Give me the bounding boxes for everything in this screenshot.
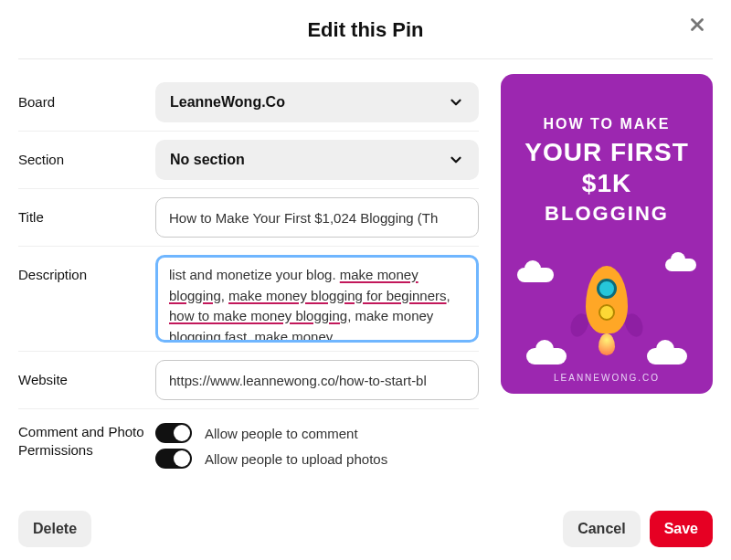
row-title: Title — [18, 189, 479, 247]
label-section: Section — [18, 140, 155, 169]
pin-preview-image: HOW TO MAKE YOUR FIRST $1K BLOGGING — [501, 74, 713, 394]
modal-title: Edit this Pin — [307, 18, 423, 42]
label-permissions: Comment and Photo Permissions — [18, 417, 155, 459]
form-column: Board LeanneWong.Co Section No section — [18, 74, 479, 482]
website-input[interactable] — [155, 360, 479, 400]
preview-footer: LEANNEWONG.CO — [501, 373, 713, 383]
modal-header: Edit this Pin — [18, 7, 713, 53]
chevron-down-icon — [448, 152, 464, 168]
description-textarea[interactable]: list and monetize your blog. make money … — [155, 255, 479, 343]
label-title: Title — [18, 197, 155, 227]
description-content: list and monetize your blog. make money … — [169, 267, 450, 343]
modal-footer: Delete Cancel Save — [18, 511, 713, 547]
toggle-allow-upload-label: Allow people to upload photos — [205, 451, 387, 467]
toggle-allow-comment[interactable] — [155, 423, 192, 443]
permission-comment: Allow people to comment — [155, 423, 479, 443]
delete-button[interactable]: Delete — [18, 511, 91, 547]
cloud-icon — [517, 268, 554, 282]
cloud-icon — [665, 259, 696, 271]
rocket-icon — [575, 266, 639, 357]
cloud-icon — [526, 348, 567, 365]
edit-pin-modal: Edit this Pin Board LeanneWong.Co Sectio… — [0, 0, 731, 560]
save-button[interactable]: Save — [650, 511, 713, 547]
row-description: Description list and monetize your blog.… — [18, 247, 479, 352]
toggle-allow-upload[interactable] — [155, 449, 192, 469]
modal-body: Board LeanneWong.Co Section No section — [18, 59, 713, 482]
section-select[interactable]: No section — [155, 140, 479, 180]
preview-line2: YOUR FIRST — [517, 138, 696, 167]
row-section: Section No section — [18, 132, 479, 189]
cancel-button[interactable]: Cancel — [563, 511, 640, 547]
preview-column: HOW TO MAKE YOUR FIRST $1K BLOGGING — [501, 74, 713, 482]
row-website: Website — [18, 352, 479, 409]
chevron-down-icon — [448, 94, 464, 111]
board-select-value: LeanneWong.Co — [170, 94, 285, 111]
title-input[interactable] — [155, 197, 479, 238]
preview-line3: $1K — [517, 169, 696, 198]
toggle-allow-comment-label: Allow people to comment — [205, 426, 358, 441]
keyword: make money blogging for beginners — [228, 288, 446, 303]
board-select[interactable]: LeanneWong.Co — [155, 82, 479, 122]
preview-line1: HOW TO MAKE — [517, 116, 696, 132]
label-description: Description — [18, 255, 155, 284]
preview-line4: BLOGGING — [517, 202, 696, 226]
label-website: Website — [18, 360, 155, 389]
close-icon — [687, 15, 707, 35]
row-board: Board LeanneWong.Co — [18, 74, 479, 132]
rocket-illustration — [501, 259, 713, 368]
permission-upload: Allow people to upload photos — [155, 449, 479, 469]
cloud-icon — [647, 348, 687, 365]
close-button[interactable] — [682, 9, 713, 40]
keyword: how to make money blogging — [169, 308, 347, 323]
row-permissions: Comment and Photo Permissions Allow peop… — [18, 409, 479, 482]
label-board: Board — [18, 82, 155, 111]
section-select-value: No section — [170, 152, 245, 168]
